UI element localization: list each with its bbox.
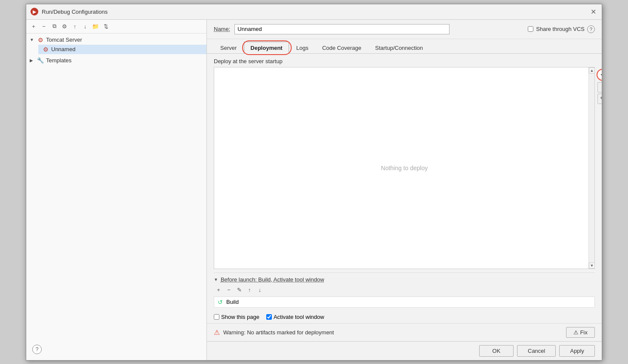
- deploy-edit-button[interactable]: ✎: [597, 94, 602, 104]
- templates-arrow: ▶: [30, 58, 36, 63]
- scroll-down-arrow[interactable]: ▼: [589, 263, 595, 269]
- cancel-button[interactable]: Cancel: [517, 345, 556, 357]
- before-launch-add[interactable]: +: [214, 285, 223, 295]
- tree-unnamed[interactable]: ⚙ Unnamed: [38, 45, 206, 54]
- copy-config-button[interactable]: ⧉: [49, 21, 59, 31]
- tab-server[interactable]: Server: [214, 42, 243, 54]
- build-row: ↺ Build: [214, 297, 595, 308]
- before-launch-edit[interactable]: ✎: [234, 285, 244, 295]
- folder-button[interactable]: 📁: [91, 21, 100, 31]
- nothing-to-deploy: Nothing to deploy: [381, 165, 428, 171]
- name-row: Name: Share through VCS ?: [207, 20, 602, 39]
- dialog-title: Run/Debug Configurations: [42, 9, 108, 15]
- activate-tool-checkbox-item: Activate tool window: [266, 314, 324, 320]
- add-deploy-button[interactable]: +: [597, 69, 602, 81]
- fix-button[interactable]: ⚠ Fix: [566, 327, 595, 338]
- deploy-section-label: Deploy at the server startup: [214, 58, 595, 64]
- sort-button[interactable]: ⇅: [101, 21, 111, 31]
- warning-icon: ⚠: [214, 328, 220, 336]
- apply-button[interactable]: Apply: [559, 345, 595, 357]
- plus-btn-wrapper: + 📦 Artifact... 📄 External Source...: [597, 69, 602, 81]
- left-toolbar: + − ⧉ ⚙ ↑ ↓ 📁 ⇅: [26, 20, 206, 34]
- deploy-area-wrapper: Nothing to deploy ▲ ▼ +: [214, 67, 595, 269]
- before-launch-remove[interactable]: −: [224, 285, 234, 295]
- tab-code-coverage[interactable]: Code Coverage: [316, 42, 368, 54]
- name-input[interactable]: [234, 24, 449, 34]
- build-icon: ↺: [218, 299, 223, 306]
- fix-label: Fix: [580, 329, 588, 336]
- templates-icon: 🔧: [37, 57, 44, 64]
- before-launch-arrow: ▼: [214, 277, 218, 282]
- add-config-button[interactable]: +: [29, 21, 38, 31]
- tomcat-label: Tomcat Server: [46, 37, 82, 43]
- tab-deployment-wrapper: Deployment: [244, 41, 289, 53]
- ok-button[interactable]: OK: [479, 345, 514, 357]
- tab-deployment[interactable]: Deployment: [244, 42, 289, 54]
- help-button[interactable]: ?: [32, 345, 42, 354]
- fix-icon: ⚠: [573, 329, 579, 336]
- move-down-button[interactable]: ↓: [80, 21, 90, 31]
- unnamed-label: Unnamed: [51, 46, 75, 52]
- show-page-checkbox[interactable]: [214, 314, 219, 320]
- deploy-scroll-down-button[interactable]: ↓: [597, 82, 602, 92]
- settings-button[interactable]: ⚙: [60, 21, 69, 31]
- tomcat-icon: ⚙: [37, 37, 44, 43]
- before-launch-section: ▼ Before launch: Build, Activate tool wi…: [214, 272, 595, 311]
- templates-label: Templates: [46, 57, 71, 64]
- deploy-scrollbar[interactable]: ▲ ▼: [588, 67, 594, 269]
- close-button[interactable]: ✕: [589, 7, 597, 16]
- share-row: Share through VCS ?: [528, 25, 595, 33]
- deploy-area: Nothing to deploy ▲ ▼: [214, 67, 595, 269]
- dialog-icon: ▶: [31, 8, 38, 15]
- before-launch-up[interactable]: ↑: [245, 285, 254, 295]
- checkboxes-row: Show this page Activate tool window: [214, 311, 595, 323]
- activate-tool-checkbox[interactable]: [266, 314, 272, 320]
- show-page-checkbox-item: Show this page: [214, 314, 259, 320]
- share-label: Share through VCS: [536, 26, 585, 32]
- side-toolbar: + 📦 Artifact... 📄 External Source...: [596, 67, 602, 106]
- scroll-track: [589, 73, 594, 263]
- tab-logs[interactable]: Logs: [290, 42, 315, 54]
- tree-area: ▼ ⚙ Tomcat Server ⚙ Unnamed ▶ 🔧 Template…: [26, 34, 206, 360]
- title-bar-left: ▶ Run/Debug Configurations: [31, 8, 108, 15]
- remove-config-button[interactable]: −: [39, 21, 49, 31]
- scroll-up-arrow[interactable]: ▲: [589, 67, 595, 73]
- warning-bar: ⚠ Warning: No artifacts marked for deplo…: [207, 323, 602, 341]
- main-content: + − ⧉ ⚙ ↑ ↓ 📁 ⇅ ▼ ⚙ Tomcat Server: [26, 20, 602, 360]
- tomcat-arrow: ▼: [30, 37, 36, 42]
- share-checkbox[interactable]: [528, 26, 533, 32]
- before-launch-title: Before launch: Build, Activate tool wind…: [221, 276, 324, 283]
- name-label: Name:: [214, 26, 230, 32]
- tab-content: Deploy at the server startup Nothing to …: [207, 54, 602, 323]
- move-up-button[interactable]: ↑: [70, 21, 80, 31]
- show-page-label: Show this page: [221, 314, 259, 320]
- tree-unnamed-wrapper: ⚙ Unnamed: [26, 45, 206, 54]
- bottom-bar: OK Cancel Apply: [207, 341, 602, 360]
- activate-tool-label: Activate tool window: [274, 314, 324, 320]
- run-debug-dialog: ▶ Run/Debug Configurations ✕ + − ⧉ ⚙ ↑ ↓…: [26, 4, 602, 361]
- tree-tomcat-server[interactable]: ▼ ⚙ Tomcat Server: [26, 35, 206, 45]
- unnamed-icon: ⚙: [42, 46, 49, 53]
- before-launch-header[interactable]: ▼ Before launch: Build, Activate tool wi…: [214, 276, 595, 283]
- left-panel: + − ⧉ ⚙ ↑ ↓ 📁 ⇅ ▼ ⚙ Tomcat Server: [26, 20, 207, 360]
- warning-text: Warning: No artifacts marked for deploym…: [223, 329, 563, 336]
- before-launch-toolbar: + − ✎ ↑ ↓: [214, 285, 595, 295]
- share-help-icon[interactable]: ?: [587, 25, 595, 33]
- title-bar: ▶ Run/Debug Configurations ✕: [26, 4, 602, 20]
- tab-startup[interactable]: Startup/Connection: [369, 42, 429, 54]
- tree-templates[interactable]: ▶ 🔧 Templates: [26, 56, 206, 65]
- build-label: Build: [226, 299, 239, 305]
- before-launch-down[interactable]: ↓: [255, 285, 265, 295]
- tabs-bar: Server Deployment Logs Code Coverage Sta…: [207, 39, 602, 54]
- right-panel: Name: Share through VCS ? Server Deploym…: [207, 20, 602, 360]
